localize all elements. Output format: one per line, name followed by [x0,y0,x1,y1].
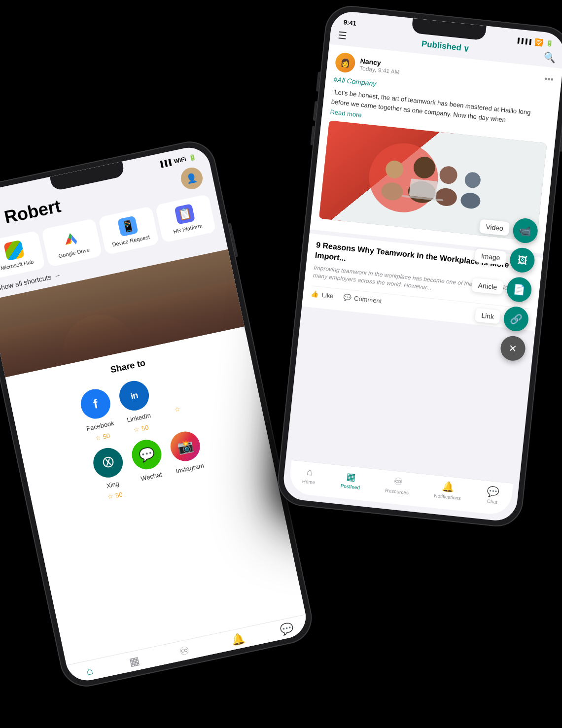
front-phone: 9:41 ▐▐▐▐ 🛜 🔋 ☰ Published ∨ 🔍 👩 Nan [275,3,562,529]
back-phone-screen: 9:41 ▐▐▐ WiFi 🔋 Hi Robert 👤 Microsoft Hu… [0,144,310,685]
svg-rect-9 [409,178,438,199]
nav-chat[interactable]: 💬 Chat [279,622,296,644]
post-user-info: 👩 Nancy Today, 9:41 AM [334,52,401,78]
share-extra: ☆ [155,370,195,427]
link-icon: 🔗 [509,312,523,325]
comment-label: Comment [353,295,382,305]
front-nav-resources[interactable]: ♾ Resources [385,474,411,495]
instagram-label: Instagram [175,462,205,475]
chat-label: Chat [487,498,497,505]
xing-icon: Ⓧ [91,445,126,480]
user-info: Nancy Today, 9:41 AM [359,57,401,75]
share-linkedin[interactable]: in LinkedIn ☆ 50 [117,378,157,435]
fab-image-button[interactable]: 🖼 [509,246,536,274]
comment-button[interactable]: 💬 Comment [343,293,382,305]
user-avatar: 👩 [334,52,356,73]
fab-link-button[interactable]: 🔗 [502,306,529,333]
battery-icon: 🔋 [188,153,197,162]
fab-image-label: Image [475,248,507,265]
resources-icon: ♾ [178,644,191,659]
search-icon[interactable]: 🔍 [543,51,556,64]
published-label: Published [421,39,462,53]
status-time: 9:41 [343,18,356,27]
linkedin-label: LinkedIn [126,412,151,424]
published-dropdown[interactable]: Published ∨ [421,39,470,54]
linkedin-icon: in [117,378,152,413]
wechat-label: Wechat [140,471,163,483]
arrow-icon: → [53,271,62,280]
fab-video-button[interactable]: 📹 [512,217,539,244]
hr-platform-icon: 📋 [174,204,195,225]
facebook-icon: f [78,386,113,421]
front-phone-screen: 9:41 ▐▐▐▐ 🛜 🔋 ☰ Published ∨ 🔍 👩 Nan [281,10,562,522]
front-nav-chat[interactable]: 💬 Chat [486,485,500,505]
article-icon: 📄 [512,283,526,296]
nav-postfeed[interactable]: ▦ Postfeed [124,654,147,677]
comment-icon: 💬 [343,293,351,302]
shortcut-label: Microsoft Hub [0,258,34,271]
fab-article-row: Article 📄 [471,273,532,303]
like-button[interactable]: 👍 Like [311,290,334,300]
wifi-icon: 🛜 [534,38,544,47]
back-phone-content: Hi Robert 👤 Microsoft Hub [0,160,310,685]
star-icon: ☆ [174,405,181,414]
star-icon: ☆ [95,434,102,442]
user-avatar[interactable]: 👤 [179,166,205,191]
share-xing[interactable]: Ⓧ Xing ☆ 50 [91,445,131,505]
wechat-icon: 💬 [129,437,164,472]
back-phone: 9:41 ▐▐▐ WiFi 🔋 Hi Robert 👤 Microsoft Hu… [0,137,316,691]
postfeed-icon: ▦ [346,470,356,483]
shortcut-label: Device Request [111,234,150,247]
facebook-stars: ☆ 50 [95,432,111,442]
facebook-label: Facebook [86,419,115,433]
image-icon: 🖼 [517,254,527,266]
postfeed-icon: ▦ [128,655,141,669]
fab-article-label: Article [471,277,503,294]
like-label: Like [321,291,334,300]
wifi-icon: WiFi [173,155,187,165]
share-wechat[interactable]: 💬 Wechat [129,437,170,497]
chevron-down-icon: ∨ [463,43,470,54]
nav-notifications[interactable]: 🔔 Notifications [224,630,254,655]
fab-article-button[interactable]: 📄 [506,276,533,303]
share-facebook[interactable]: f Facebook ☆ 50 [78,386,118,444]
chat-label: Chat [283,636,295,643]
chat-icon: 💬 [487,485,500,498]
svg-point-3 [439,165,458,185]
fab-link-row: Link 🔗 [474,303,529,333]
status-icons: ▐▐▐▐ 🛜 🔋 [516,36,554,48]
instagram-icon: 📸 [168,429,203,464]
front-nav-postfeed[interactable]: ▦ Postfeed [340,470,361,490]
device-request-icon: 📱 [117,216,139,237]
notifications-icon: 🔔 [442,480,455,493]
svg-point-8 [460,192,481,209]
signal-icon: ▐▐▐ [158,159,172,168]
fab-close-button[interactable]: ✕ [499,335,527,362]
front-nav-notifications[interactable]: 🔔 Notifications [434,480,462,501]
shortcut-microsoft-hub[interactable]: Microsoft Hub [0,230,45,279]
google-drive-icon [61,228,82,249]
resources-icon: ♾ [393,475,403,488]
microsoft-hub-icon [3,240,25,261]
notifications-icon: 🔔 [230,632,246,647]
signal-icon: ▐▐▐▐ [516,37,532,44]
like-icon: 👍 [311,290,319,299]
menu-icon[interactable]: ☰ [338,29,348,42]
front-nav-home[interactable]: ⌂ Home [302,466,317,486]
shortcut-label: HR Platform [173,223,203,235]
star-icon: ☆ [133,425,140,434]
video-icon: 📹 [519,224,532,237]
fab-close-row: ✕ [499,335,527,362]
nav-home[interactable]: ⌂ Home [82,663,99,684]
xing-stars: ☆ 50 [107,490,123,501]
battery-icon: 🔋 [546,39,554,47]
nav-resources[interactable]: ♾ Resources [172,642,199,666]
more-options-icon[interactable]: ••• [544,73,554,85]
linkedin-stars: ☆ 50 [133,423,149,434]
star-icon: ☆ [107,492,114,501]
shortcut-label: Google Drive [58,246,90,259]
close-icon: ✕ [508,342,518,355]
home-icon: ⌂ [85,664,94,678]
share-instagram[interactable]: 📸 Instagram [168,429,208,488]
share-to-panel: Share to f Facebook ☆ 50 in LinkedIn [5,326,306,665]
